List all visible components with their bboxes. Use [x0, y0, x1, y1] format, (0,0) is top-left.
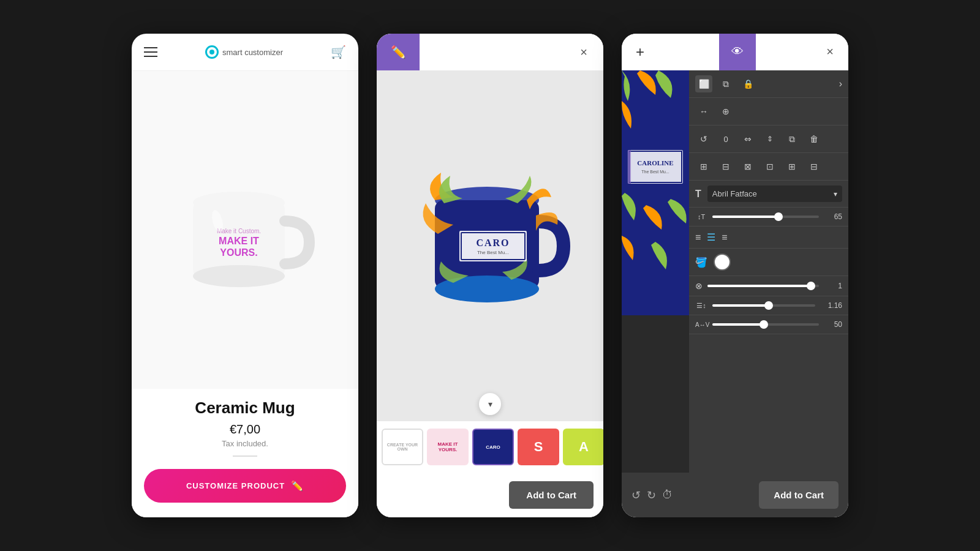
- select-icon[interactable]: ⬜: [695, 75, 712, 92]
- editor-footer: Add to Cart: [377, 473, 603, 517]
- opacity-row: ⊗ 1: [689, 276, 848, 296]
- product-name: Ceramic Mug: [144, 399, 346, 418]
- product-card: smart customizer 🛒 Make it Custom. MAKE …: [132, 34, 358, 517]
- font-size-value: 65: [824, 212, 842, 221]
- redo-button[interactable]: ↻: [647, 489, 656, 502]
- align-bot-h-icon[interactable]: ⊟: [805, 158, 823, 175]
- align-right-icon[interactable]: ≡: [722, 232, 727, 243]
- svg-rect-15: [628, 150, 683, 184]
- opacity-track[interactable]: [707, 285, 819, 287]
- chevron-down-icon: ▾: [488, 399, 492, 409]
- product-tax: Tax included.: [144, 439, 346, 448]
- canvas-preview: CAROLINE The Best Mu...: [622, 70, 689, 473]
- color-swatch[interactable]: [714, 253, 731, 271]
- designed-mug: CARO The Best Mu...: [404, 160, 576, 332]
- rotation-value: 0: [717, 130, 734, 148]
- thumbnail-item[interactable]: CARO: [472, 429, 514, 465]
- product-info: Ceramic Mug €7,00 Tax included. CUSTOMIZ…: [132, 389, 358, 517]
- product-image-area: Make it Custom. MAKE IT YOURS.: [132, 71, 358, 389]
- rotation-row: ↺ 0 ⇔ ⇕ ⧉ 🗑: [689, 126, 848, 153]
- font-name: Abril Fatface: [712, 189, 757, 198]
- history-button[interactable]: ⏱: [662, 489, 673, 502]
- char-spacing-track[interactable]: [712, 323, 819, 326]
- font-size-icon: ↕T: [695, 213, 707, 220]
- close-panel-button[interactable]: ×: [816, 39, 843, 66]
- layer-tools-row: ⬜ ⧉ 🔒 ›: [689, 70, 848, 98]
- tools-panel: CAROLINE The Best Mu... ⬜ ⧉ 🔒 ›: [622, 70, 848, 473]
- font-dropdown-icon: ▾: [834, 190, 837, 198]
- move-icon[interactable]: ⊕: [717, 103, 734, 120]
- align-center-icon[interactable]: ☰: [707, 231, 715, 243]
- product-price: €7,00: [144, 422, 346, 437]
- rotate-icon[interactable]: ↺: [695, 130, 712, 148]
- text-editor-card: + 👁 × CAROLINE The Best Mu...: [622, 34, 848, 517]
- flip-h-icon[interactable]: ⇔: [739, 130, 756, 148]
- close-button[interactable]: ×: [570, 39, 597, 66]
- align-left-icon[interactable]: ≡: [695, 232, 701, 243]
- lock-icon[interactable]: 🔒: [739, 75, 756, 92]
- svg-text:The Best Mu...: The Best Mu...: [477, 250, 509, 255]
- font-selector[interactable]: Abril Fatface ▾: [707, 186, 842, 202]
- logo-icon: [205, 45, 219, 59]
- svg-rect-14: [622, 70, 689, 315]
- thumbnail-item[interactable]: A: [563, 429, 603, 465]
- expand-icon[interactable]: ›: [839, 78, 842, 89]
- menu-button[interactable]: [144, 47, 157, 57]
- add-to-cart-label: Add to Cart: [526, 490, 576, 500]
- resize-horizontal-icon[interactable]: ↔: [695, 103, 712, 120]
- line-height-value: 1.16: [820, 301, 842, 310]
- align-mid-h-icon[interactable]: ⊞: [783, 158, 801, 175]
- thumbnail-strip: CREATE YOUR OWN MAKE IT YOURS. CARO S A: [377, 421, 603, 473]
- line-height-track[interactable]: [712, 304, 815, 307]
- fill-icon: 🪣: [695, 257, 707, 268]
- font-size-row: ↕T 65: [689, 208, 848, 227]
- align-top-h-icon[interactable]: ⊡: [761, 158, 778, 175]
- editor-header: ✏️ ×: [377, 34, 603, 70]
- thumbnail-item[interactable]: CREATE YOUR OWN: [382, 429, 423, 465]
- svg-text:The Best Mu...: The Best Mu...: [641, 170, 669, 174]
- add-to-cart-button[interactable]: Add to Cart: [759, 481, 839, 509]
- align-right-v-icon[interactable]: ⊠: [739, 158, 756, 175]
- flip-v-icon[interactable]: ⇕: [761, 130, 778, 148]
- add-to-cart-label: Add to Cart: [774, 490, 824, 500]
- duplicate-icon[interactable]: ⧉: [783, 130, 801, 148]
- delete-icon[interactable]: 🗑: [805, 130, 823, 148]
- align-center-v-icon[interactable]: ⊟: [717, 158, 734, 175]
- char-spacing-value: 50: [824, 320, 842, 329]
- chevron-down-button[interactable]: ▾: [479, 393, 501, 415]
- font-size-track[interactable]: [712, 216, 819, 218]
- svg-text:Make it Custom.: Make it Custom.: [217, 228, 261, 234]
- eye-tab[interactable]: 👁: [719, 34, 756, 70]
- undo-button[interactable]: ↺: [631, 489, 641, 502]
- svg-rect-17: [628, 150, 631, 184]
- customize-button[interactable]: CUSTOMIZE PRODUCT ✏️: [144, 469, 346, 503]
- editor-card: ✏️ × CARO The Best: [377, 34, 603, 517]
- thumbnail-item[interactable]: MAKE IT YOURS.: [427, 429, 469, 465]
- align-left-v-icon[interactable]: ⊞: [695, 158, 712, 175]
- header: smart customizer 🛒: [132, 34, 358, 71]
- copy-layers-icon[interactable]: ⧉: [717, 75, 734, 92]
- customize-icon: ✏️: [291, 480, 304, 492]
- text-editor-header: + 👁 ×: [622, 34, 848, 70]
- cart-button[interactable]: 🛒: [331, 45, 346, 59]
- preview-svg: CAROLINE The Best Mu...: [622, 70, 689, 315]
- char-spacing-row: A↔V 50: [689, 315, 848, 334]
- opacity-value: 1: [824, 282, 842, 290]
- char-spacing-icon: A↔V: [695, 321, 707, 328]
- text-icon: T: [695, 189, 701, 200]
- divider: [233, 455, 257, 457]
- svg-point-2: [193, 265, 285, 287]
- add-layer-button[interactable]: +: [622, 34, 658, 70]
- add-to-cart-button[interactable]: Add to Cart: [509, 481, 594, 509]
- logo-text: smart customizer: [222, 48, 283, 57]
- thumbnail-item[interactable]: S: [518, 429, 559, 465]
- pencil-tab[interactable]: ✏️: [377, 34, 420, 70]
- text-editor-footer: ↺ ↻ ⏱ Add to Cart: [622, 473, 848, 517]
- transform-row: ↔ ⊕: [689, 98, 848, 126]
- svg-text:CAROLINE: CAROLINE: [637, 159, 673, 167]
- logo: smart customizer: [205, 45, 283, 59]
- text-align-row: ≡ ☰ ≡: [689, 227, 848, 249]
- svg-text:CARO: CARO: [476, 238, 510, 248]
- history-controls: ↺ ↻ ⏱: [631, 489, 673, 502]
- customize-label: CUSTOMIZE PRODUCT: [186, 481, 285, 490]
